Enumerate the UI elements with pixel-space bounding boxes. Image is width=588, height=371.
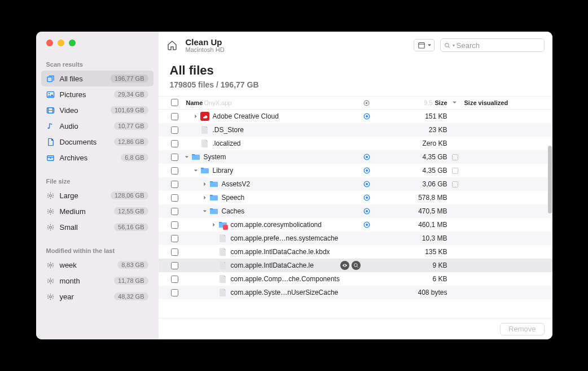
size-visualized-box [452,154,458,160]
disclosure-triangle[interactable] [210,222,217,227]
column-icloud[interactable] [361,99,373,107]
sidebar-item-badge: 12,86 GB [114,138,148,146]
close-window-button[interactable] [46,40,53,46]
sidebar-item-badge: 101,69 GB [111,106,148,114]
file-size: 23 KB [373,126,452,134]
disclosure-triangle[interactable] [183,155,190,159]
column-size[interactable]: 9,5Size [373,99,452,106]
sidebar-item-all-files[interactable]: All files196,77 GB [41,71,153,86]
table-row[interactable]: com.apple.Syste…nUserSizeCache408 bytes [159,286,552,299]
sidebar-item-label: Audio [60,122,115,130]
disclosure-triangle[interactable] [201,182,208,186]
table-row[interactable]: Speech578,8 MB [159,191,552,204]
sidebar-item-video[interactable]: Video101,69 GB [41,102,153,118]
row-checkbox[interactable] [171,113,178,120]
view-options-popup[interactable] [414,39,435,51]
sidebar-item-month[interactable]: month11,78 GB [41,273,153,289]
sidebar-item-badge: 11,78 GB [114,277,148,285]
table-row[interactable]: .localizedZero KB [159,137,552,150]
sidebar-item-documents[interactable]: Documents12,86 GB [41,134,153,150]
toolbar: Clean Up Macintosh HD ▾ [159,32,552,59]
disclosure-triangle[interactable] [201,209,208,213]
table-row[interactable]: Adobe Creative Cloud151 KB [159,110,552,123]
page-title: All files [170,63,541,78]
table-row[interactable]: com.apple.IntlDataCache.le9 KB [159,259,552,272]
table-row[interactable]: Caches470,5 MB [159,204,552,218]
row-checkbox[interactable] [171,276,178,283]
row-checkbox[interactable] [171,262,178,269]
sidebar-item-badge: 10,77 GB [114,122,148,130]
table-row[interactable]: System4,35 GB [159,150,552,164]
table-row[interactable]: com.apple.IntlDataCache.le.kbdx135 KB [159,245,552,259]
file-name: com.apple.IntlDataCache.le [231,261,338,269]
minimize-window-button[interactable] [58,40,64,46]
file-size: 135 KB [373,248,452,256]
sidebar-item-medium[interactable]: Medium12,55 GB [41,203,153,219]
file-name: .DS_Store [213,126,361,134]
table-row[interactable]: com.apple.coresymbolicationd460,1 MB [159,218,552,232]
file-size: 408 bytes [373,289,452,296]
footer: Remove [159,318,552,339]
table-row[interactable]: AssetsV23,06 GB [159,177,552,191]
zoom-window-button[interactable] [69,40,76,46]
file-icon [209,207,218,216]
home-button[interactable] [164,38,180,52]
file-icon [209,193,218,202]
quicklook-button[interactable] [340,261,349,270]
file-icon [200,112,209,121]
row-checkbox[interactable] [171,194,178,202]
sidebar-item-small[interactable]: Small56,16 GB [41,219,153,235]
file-icon [209,180,218,189]
file-size: 151 KB [373,112,452,120]
sidebar-item-badge: 56,16 GB [114,223,148,231]
file-icon [218,288,227,297]
file-size: 10,3 MB [373,234,452,242]
select-all-checkbox[interactable] [171,99,178,106]
sidebar-item-large[interactable]: Large128,06 GB [41,187,153,203]
row-checkbox[interactable] [171,140,178,147]
column-size-visualized[interactable]: Size visualized [458,99,548,106]
sidebar-item-week[interactable]: week8,83 GB [41,257,153,273]
sidebar-item-archives[interactable]: Archives6,8 GB [41,150,153,165]
icloud-indicator-icon [361,194,373,202]
table-row[interactable]: .DS_Store23 KB [159,123,552,137]
row-checkbox[interactable] [171,208,178,215]
column-name[interactable]: NameOnyX.app [183,99,361,106]
sidebar-item-year[interactable]: year48,32 GB [41,289,153,304]
row-checkbox[interactable] [171,221,178,229]
file-table[interactable]: Adobe Creative Cloud151 KB.DS_Store23 KB… [159,110,552,318]
search-input[interactable] [457,41,541,50]
file-size: 6 KB [373,275,452,283]
row-checkbox[interactable] [171,248,178,256]
sidebar-item-pictures[interactable]: Pictures29,34 GB [41,86,153,102]
remove-button[interactable]: Remove [500,323,544,335]
row-checkbox[interactable] [171,289,178,296]
sidebar-item-badge: 12,55 GB [114,207,148,215]
scrollbar-thumb[interactable] [548,146,552,213]
table-header: NameOnyX.app 9,5Size Size visualized [159,96,552,110]
files-icon [46,74,55,83]
row-checkbox[interactable] [171,235,178,242]
table-row[interactable]: com.apple.Comp…che.Components6 KB [159,272,552,286]
video-icon [46,106,55,115]
file-size: 460,1 MB [373,221,452,229]
disclosure-triangle[interactable] [192,168,199,173]
row-checkbox[interactable] [171,181,178,188]
row-checkbox[interactable] [171,167,178,174]
file-name: com.apple.IntlDataCache.le.kbdx [231,248,361,256]
reveal-button[interactable] [352,261,361,270]
table-row[interactable]: com.apple.prefe…nes.systemcache10,3 MB [159,232,552,245]
sidebar-item-audio[interactable]: Audio10,77 GB [41,118,153,134]
sidebar-item-label: Small [60,223,115,232]
search-field[interactable]: ▾ [440,38,545,52]
file-size: 578,8 MB [373,194,452,202]
disclosure-triangle[interactable] [201,195,208,200]
sidebar-item-label: month [60,277,115,285]
gear-icon [46,292,55,301]
size-visualized-box [452,181,458,187]
sort-indicator-icon [452,99,458,106]
table-row[interactable]: Library4,35 GB [159,164,552,177]
row-checkbox[interactable] [171,154,178,161]
row-checkbox[interactable] [171,126,178,134]
disclosure-triangle[interactable] [192,114,199,119]
